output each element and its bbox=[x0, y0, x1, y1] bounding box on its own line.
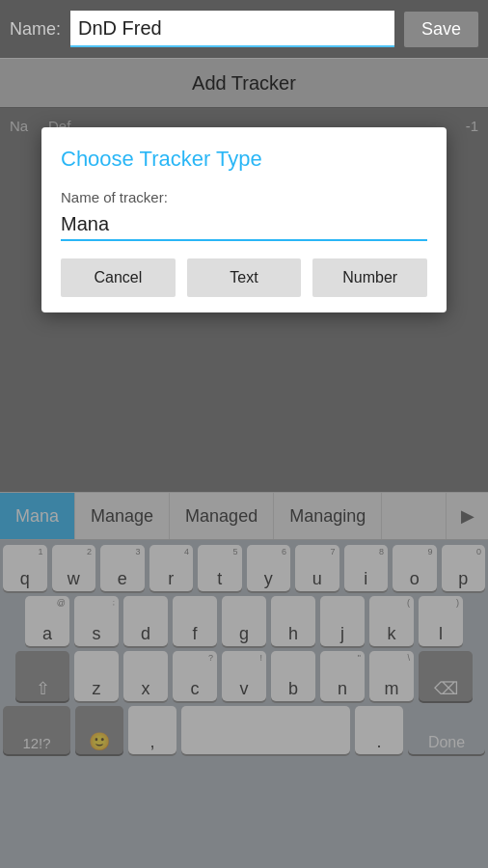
text-button[interactable]: Text bbox=[187, 258, 302, 297]
top-bar: Name: Save bbox=[0, 0, 488, 58]
add-tracker-button[interactable]: Add Tracker bbox=[0, 59, 488, 107]
number-button[interactable]: Number bbox=[312, 258, 427, 297]
tracker-name-input[interactable] bbox=[61, 209, 427, 239]
dialog: Choose Tracker Type Name of tracker: Can… bbox=[41, 127, 447, 312]
tracker-name-label: Name of tracker: bbox=[61, 189, 427, 205]
dialog-buttons: Cancel Text Number bbox=[61, 258, 427, 297]
name-label: Name: bbox=[10, 19, 61, 40]
dialog-overlay: Choose Tracker Type Name of tracker: Can… bbox=[0, 108, 488, 868]
cancel-button[interactable]: Cancel bbox=[61, 258, 176, 297]
tracker-name-wrapper bbox=[61, 209, 427, 241]
name-input[interactable] bbox=[70, 11, 394, 47]
add-tracker-bar: Add Tracker bbox=[0, 58, 488, 108]
dialog-title: Choose Tracker Type bbox=[61, 147, 427, 172]
save-button[interactable]: Save bbox=[404, 12, 478, 47]
